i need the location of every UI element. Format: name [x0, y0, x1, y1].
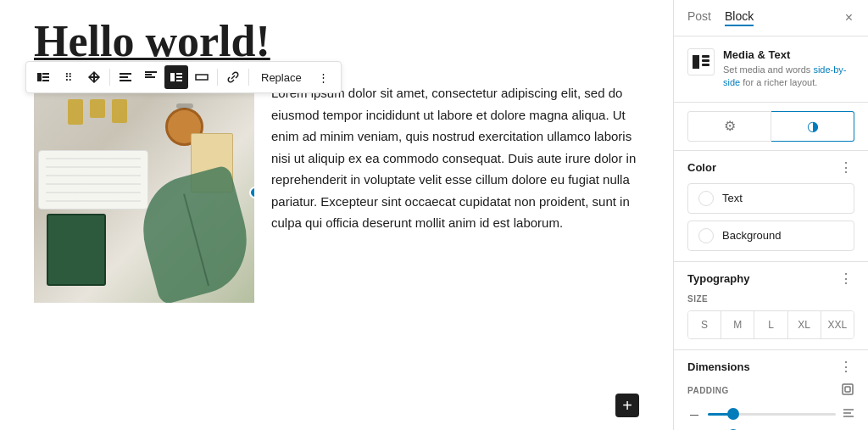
padding-horizontal-track[interactable]: [708, 413, 836, 416]
color-section-title: Color: [687, 161, 716, 174]
toolbar-divider-2: [217, 69, 218, 86]
editor-area: Hello world! ⠿: [0, 0, 673, 430]
block-name: Media & Text: [723, 48, 854, 61]
settings-tab-general[interactable]: ⚙: [687, 111, 771, 142]
dimensions-more-button[interactable]: ⋮: [837, 360, 854, 374]
slider-horizontal-icon: —: [687, 410, 701, 419]
toolbar-align-btn[interactable]: [31, 65, 55, 89]
svg-rect-4: [120, 73, 131, 75]
block-info-text: Media & Text Set media and words side-by…: [723, 48, 854, 90]
color-label-text: Text: [722, 192, 743, 204]
block-icon-inner: [693, 55, 709, 69]
typography-section: Typography ⋮ SIZE S M L XL XXL: [674, 262, 868, 350]
size-btn-xxl[interactable]: XXL: [821, 311, 854, 338]
color-circle-background: [698, 228, 714, 243]
svg-rect-5: [120, 76, 128, 78]
decorative-leaf: [131, 165, 254, 303]
typography-more-button[interactable]: ⋮: [837, 272, 854, 286]
dimensions-section-header: Dimensions ⋮: [687, 360, 854, 374]
size-btn-m[interactable]: M: [721, 311, 754, 338]
dimensions-section: Dimensions ⋮ PADDING —: [674, 350, 868, 430]
color-label-background: Background: [722, 229, 781, 242]
svg-rect-16: [845, 387, 850, 392]
size-label: SIZE: [687, 294, 854, 304]
svg-rect-10: [170, 73, 175, 81]
toolbar-more-btn[interactable]: ⋮: [312, 65, 336, 89]
settings-tabs: ⚙ ◑: [674, 103, 868, 151]
block-icon-line-3: [702, 64, 710, 66]
tab-post[interactable]: Post: [687, 9, 711, 26]
add-block-button[interactable]: +: [615, 394, 639, 417]
block-icon-line-1: [702, 55, 710, 58]
svg-rect-6: [120, 80, 131, 81]
block-info: Media & Text Set media and words side-by…: [674, 36, 868, 103]
color-more-button[interactable]: ⋮: [837, 161, 854, 175]
replace-button[interactable]: Replace: [253, 68, 310, 87]
padding-label: PADDING: [687, 383, 854, 399]
toolbar-wide-btn[interactable]: [190, 65, 214, 89]
text-content[interactable]: Lorem ipsum dolor sit amet, consectetur …: [271, 82, 639, 303]
padding-horizontal-row: —: [687, 407, 854, 422]
block-icon: [687, 48, 715, 75]
toolbar-divider-3: [248, 69, 249, 86]
sidebar-header: Post Block ×: [674, 0, 868, 36]
svg-rect-8: [145, 74, 152, 75]
decorative-notebook: [47, 214, 106, 286]
block-description-link: side-by-side: [723, 64, 847, 87]
svg-rect-3: [42, 80, 49, 81]
typography-section-header: Typography ⋮: [687, 272, 854, 286]
slider-thumb-1[interactable]: [727, 408, 739, 420]
svg-rect-15: [843, 384, 853, 394]
svg-rect-7: [145, 71, 157, 73]
svg-rect-12: [176, 76, 182, 78]
slider-reset-btn-1[interactable]: [843, 407, 854, 422]
toolbar-divider-1: [109, 69, 110, 86]
toolbar-text-left-btn[interactable]: [114, 65, 137, 89]
color-option-background[interactable]: Background: [687, 221, 854, 251]
media-image-inner: [34, 82, 254, 303]
sidebar: Post Block × Media & Text Set media and …: [673, 0, 868, 430]
svg-rect-1: [42, 73, 49, 75]
body-text: Lorem ipsum dolor sit amet, consectetur …: [271, 82, 639, 234]
close-button[interactable]: ×: [843, 8, 854, 27]
dimensions-section-title: Dimensions: [687, 360, 750, 373]
media-text-block: Lorem ipsum dolor sit amet, consectetur …: [34, 82, 639, 303]
svg-rect-0: [37, 73, 42, 81]
size-options: S M L XL XXL: [687, 310, 854, 339]
size-btn-l[interactable]: L: [754, 311, 787, 338]
toolbar-move-btn[interactable]: [82, 65, 106, 89]
svg-rect-13: [176, 80, 182, 81]
decorative-gold-items: [68, 99, 127, 125]
block-icon-line-2: [702, 59, 710, 62]
block-description: Set media and words side-by-side for a r…: [723, 64, 854, 90]
toolbar-text-right-btn[interactable]: [164, 65, 188, 89]
tab-block[interactable]: Block: [725, 9, 754, 26]
sidebar-tabs: Post Block: [687, 9, 754, 26]
svg-rect-9: [145, 76, 155, 78]
decorative-keyboard: [38, 150, 148, 209]
block-icon-right: [702, 55, 710, 69]
typography-section-title: Typography: [687, 272, 749, 285]
size-btn-xl[interactable]: XL: [788, 311, 821, 338]
padding-link-button[interactable]: [841, 383, 854, 399]
toolbar-text-top-btn[interactable]: [139, 65, 163, 89]
toolbar-drag-btn[interactable]: ⠿: [57, 65, 81, 89]
color-option-text[interactable]: Text: [687, 183, 854, 214]
block-toolbar: ⠿: [25, 61, 342, 93]
svg-rect-2: [42, 76, 49, 78]
svg-rect-14: [196, 75, 208, 80]
color-section-header: Color ⋮: [687, 161, 854, 175]
color-section: Color ⋮ Text Background: [674, 151, 868, 262]
color-circle-text: [698, 191, 714, 206]
block-icon-left: [693, 55, 699, 69]
size-btn-s[interactable]: S: [688, 311, 721, 338]
toolbar-link-btn[interactable]: [221, 65, 245, 89]
media-image[interactable]: [34, 82, 254, 303]
svg-rect-11: [176, 73, 182, 75]
settings-tab-style[interactable]: ◑: [771, 111, 854, 142]
